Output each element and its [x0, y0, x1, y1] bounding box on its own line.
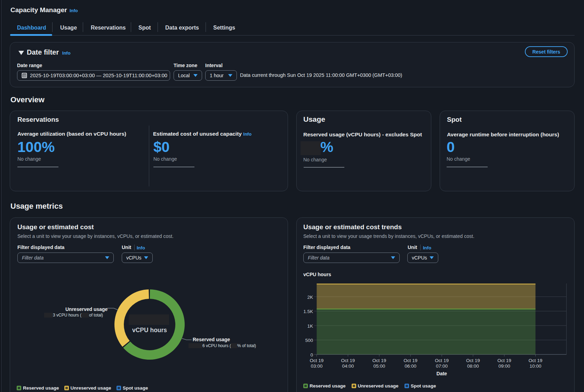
svg-text:Oct 19: Oct 19: [341, 358, 355, 363]
svg-text:Oct 19: Oct 19: [372, 358, 386, 363]
svg-text:04:00: 04:00: [342, 363, 354, 369]
svg-text:Oct 19: Oct 19: [310, 358, 324, 363]
svg-text:Oct 19: Oct 19: [435, 358, 449, 363]
svg-text:1.5K: 1.5K: [303, 309, 313, 314]
svg-text:Date: Date: [437, 371, 447, 376]
svg-text:07:00: 07:00: [436, 363, 448, 369]
svg-text:03:00: 03:00: [311, 363, 323, 369]
svg-text:05:00: 05:00: [373, 363, 385, 369]
svg-text:2K: 2K: [307, 295, 313, 300]
svg-text:Oct 19: Oct 19: [466, 358, 480, 363]
svg-text:06:00: 06:00: [405, 363, 416, 369]
svg-text:08:00: 08:00: [467, 363, 479, 369]
svg-text:10:00: 10:00: [530, 363, 542, 369]
svg-text:1K: 1K: [307, 323, 313, 329]
svg-text:Oct 19: Oct 19: [403, 358, 417, 363]
svg-text:0: 0: [310, 352, 313, 358]
svg-text:Oct 19: Oct 19: [529, 358, 543, 363]
svg-text:09:00: 09:00: [498, 363, 510, 369]
svg-text:Oct 19: Oct 19: [497, 358, 511, 363]
svg-text:500: 500: [305, 338, 313, 343]
